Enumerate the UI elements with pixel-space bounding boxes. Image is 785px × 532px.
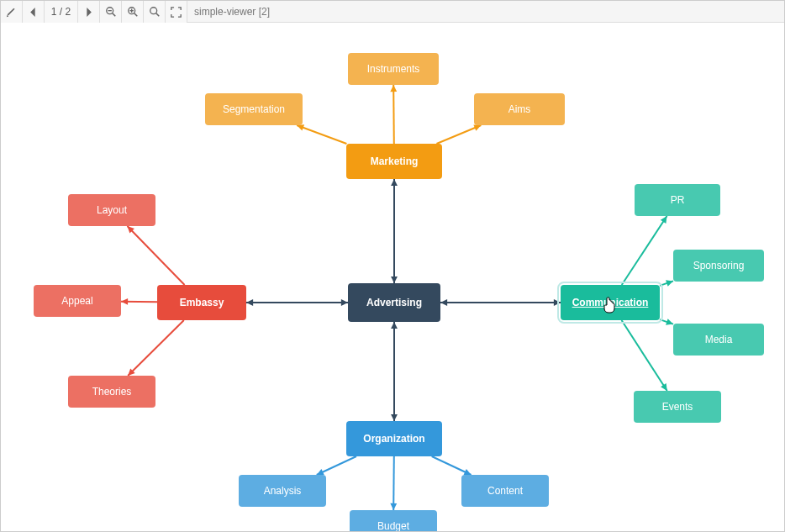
- svg-line-35: [317, 456, 356, 475]
- svg-line-4: [134, 13, 137, 17]
- node-events[interactable]: Events: [634, 391, 721, 423]
- zoom-in-icon: [127, 6, 139, 18]
- node-aims[interactable]: Aims: [474, 93, 565, 125]
- node-organization[interactable]: Organization: [346, 421, 442, 456]
- document-title: simple-viewer [2]: [187, 1, 784, 22]
- svg-marker-10: [391, 179, 398, 186]
- svg-line-8: [155, 13, 159, 17]
- node-budget[interactable]: Budget: [350, 510, 437, 531]
- fullscreen-icon: [171, 7, 182, 18]
- svg-marker-16: [391, 414, 398, 421]
- arrow-right-icon: [84, 8, 93, 17]
- node-label: Communication: [572, 297, 649, 308]
- svg-line-39: [432, 456, 472, 475]
- node-label: Segmentation: [223, 103, 285, 115]
- svg-marker-20: [341, 299, 348, 306]
- node-central[interactable]: Advertising: [348, 283, 440, 322]
- svg-marker-44: [121, 298, 128, 305]
- zoom-out-button[interactable]: [100, 1, 122, 23]
- svg-marker-24: [390, 85, 397, 92]
- app-window: 1 / 2 simple-viewer [2] AdvertisingMarke…: [0, 0, 785, 532]
- svg-line-29: [660, 281, 673, 285]
- node-communication[interactable]: Communication: [561, 285, 660, 320]
- prev-page-button[interactable]: [23, 1, 45, 23]
- toolbar: 1 / 2 simple-viewer [2]: [1, 1, 784, 23]
- zoom-out-icon: [105, 6, 117, 18]
- page-current: 1: [51, 6, 57, 18]
- svg-line-33: [622, 320, 667, 391]
- node-label: Instruments: [367, 63, 420, 75]
- node-label: Analysis: [264, 485, 302, 497]
- page-total: 2: [66, 6, 71, 18]
- svg-marker-28: [661, 216, 667, 224]
- node-label: Appeal: [61, 295, 92, 307]
- svg-marker-30: [666, 280, 673, 286]
- edit-icon: [6, 7, 17, 18]
- node-embassy[interactable]: Embassy: [157, 285, 246, 320]
- page-indicator: 1 / 2: [45, 1, 78, 23]
- node-content[interactable]: Content: [461, 475, 549, 507]
- node-appeal[interactable]: Appeal: [34, 285, 121, 317]
- zoom-reset-icon: [149, 6, 161, 18]
- node-label: Media: [705, 334, 733, 345]
- svg-marker-26: [473, 124, 481, 130]
- node-layout[interactable]: Layout: [68, 194, 155, 226]
- node-sponsoring[interactable]: Sponsoring: [673, 250, 764, 282]
- fullscreen-button[interactable]: [166, 1, 187, 23]
- svg-line-31: [660, 319, 673, 324]
- node-label: Events: [662, 401, 693, 413]
- node-label: Content: [487, 485, 523, 497]
- node-marketing[interactable]: Marketing: [346, 144, 442, 179]
- node-label: Advertising: [366, 297, 422, 308]
- next-page-button[interactable]: [78, 1, 100, 23]
- svg-marker-46: [128, 369, 135, 376]
- node-label: Marketing: [371, 155, 419, 167]
- node-label: Sponsoring: [693, 260, 745, 271]
- svg-line-43: [121, 302, 157, 303]
- svg-point-7: [150, 8, 156, 14]
- node-label: Aims: [508, 103, 531, 115]
- svg-marker-22: [297, 124, 304, 130]
- node-theories[interactable]: Theories: [68, 376, 155, 408]
- node-label: Theories: [92, 386, 132, 398]
- svg-line-25: [436, 125, 481, 144]
- svg-line-45: [128, 320, 184, 376]
- node-label: PR: [671, 194, 685, 206]
- arrow-left-icon: [29, 8, 38, 17]
- svg-marker-11: [391, 277, 398, 283]
- svg-line-41: [127, 226, 184, 285]
- svg-marker-32: [666, 319, 673, 324]
- node-label: Organization: [363, 433, 424, 445]
- svg-marker-17: [391, 322, 398, 329]
- svg-line-23: [393, 85, 394, 144]
- node-segmentation[interactable]: Segmentation: [205, 93, 303, 125]
- node-instruments[interactable]: Instruments: [348, 53, 439, 85]
- svg-marker-42: [127, 226, 134, 234]
- svg-marker-38: [390, 503, 397, 510]
- node-label: Budget: [377, 520, 409, 531]
- svg-line-1: [112, 13, 115, 17]
- svg-line-27: [622, 216, 667, 285]
- node-label: Embassy: [180, 297, 224, 308]
- diagram-canvas[interactable]: AdvertisingMarketingCommunicationOrganiz…: [1, 23, 784, 531]
- svg-marker-19: [246, 299, 253, 306]
- node-pr[interactable]: PR: [635, 184, 720, 216]
- node-label: Layout: [97, 204, 127, 216]
- svg-marker-14: [440, 299, 447, 306]
- edit-button[interactable]: [1, 1, 23, 23]
- node-media[interactable]: Media: [673, 324, 764, 356]
- svg-line-37: [393, 456, 394, 510]
- node-analysis[interactable]: Analysis: [239, 475, 326, 507]
- svg-marker-13: [554, 299, 561, 306]
- svg-line-21: [297, 125, 346, 144]
- zoom-reset-button[interactable]: [144, 1, 166, 23]
- svg-marker-34: [661, 383, 667, 391]
- zoom-in-button[interactable]: [122, 1, 144, 23]
